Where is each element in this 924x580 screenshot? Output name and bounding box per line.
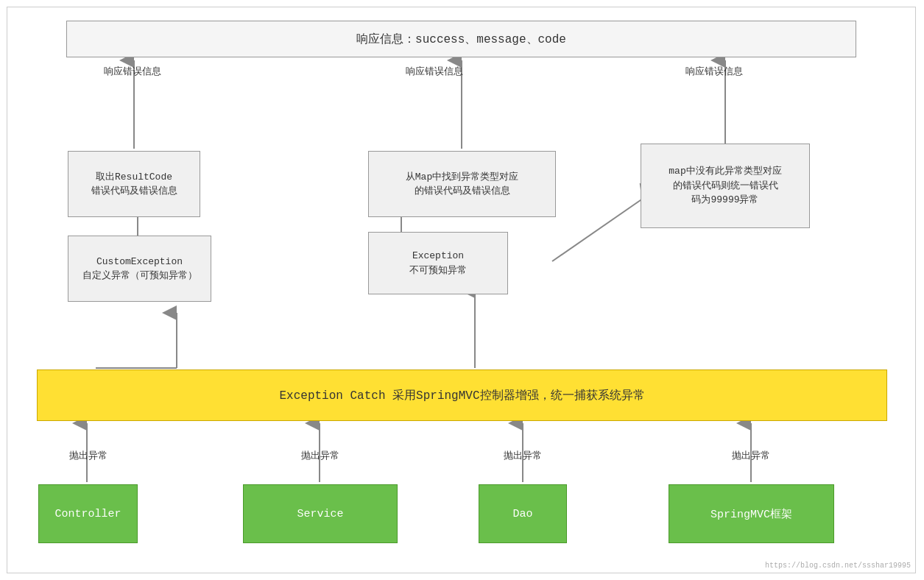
service-text: Service bbox=[297, 508, 343, 520]
from-map-box: 从Map中找到异常类型对应的错误代码及错误信息 bbox=[368, 151, 556, 217]
springmvc-text: SpringMVC框架 bbox=[710, 507, 792, 521]
result-code-box: 取出ResultCode错误代码及错误信息 bbox=[68, 151, 200, 217]
from-map-text: 从Map中找到异常类型对应的错误代码及错误信息 bbox=[406, 170, 518, 199]
error-label-1: 响应错误信息 bbox=[88, 65, 177, 78]
service-box: Service bbox=[243, 484, 398, 543]
no-map-text: map中没有此异常类型对应的错误代码则统一错误代码为99999异常 bbox=[669, 164, 781, 208]
controller-text: Controller bbox=[54, 508, 121, 520]
exception-catch-box: Exception Catch 采用SpringMVC控制器增强，统一捕获系统异… bbox=[37, 369, 887, 421]
exception-text: Exception不可预知异常 bbox=[409, 249, 467, 277]
error-label-2: 响应错误信息 bbox=[390, 65, 479, 78]
dao-text: Dao bbox=[512, 508, 532, 520]
diagram-container: 响应信息：success、message、code 响应错误信息 响应错误信息 … bbox=[7, 7, 916, 573]
no-map-box: map中没有此异常类型对应的错误代码则统一错误代码为99999异常 bbox=[641, 144, 810, 228]
throw-label-3: 抛出异常 bbox=[486, 449, 560, 462]
controller-box: Controller bbox=[38, 484, 138, 543]
response-box: 响应信息：success、message、code bbox=[66, 21, 856, 57]
error-label-3: 响应错误信息 bbox=[670, 65, 758, 78]
svg-line-9 bbox=[552, 195, 648, 261]
throw-label-4: 抛出异常 bbox=[714, 449, 788, 462]
exception-box: Exception不可预知异常 bbox=[368, 232, 508, 294]
exception-catch-text: Exception Catch 采用SpringMVC控制器增强，统一捕获系统异… bbox=[279, 388, 644, 403]
custom-exception-box: CustomException自定义异常（可预知异常） bbox=[68, 236, 211, 302]
dao-box: Dao bbox=[479, 484, 567, 543]
throw-label-2: 抛出异常 bbox=[283, 449, 357, 462]
custom-exception-text: CustomException自定义异常（可预知异常） bbox=[82, 255, 197, 283]
throw-label-1: 抛出异常 bbox=[52, 449, 125, 462]
watermark: https://blog.csdn.net/ssshar19995 bbox=[765, 562, 911, 570]
result-code-text: 取出ResultCode错误代码及错误信息 bbox=[91, 170, 177, 199]
springmvc-box: SpringMVC框架 bbox=[669, 484, 834, 543]
response-box-text: 响应信息：success、message、code bbox=[356, 32, 566, 47]
